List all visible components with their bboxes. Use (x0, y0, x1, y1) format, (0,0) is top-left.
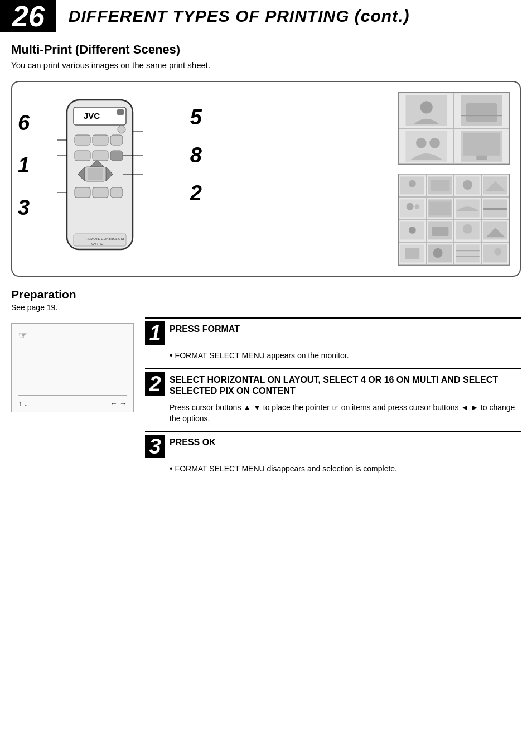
step-1-body: FORMAT SELECT MENU appears on the monito… (145, 348, 521, 364)
label-5: 5 (190, 107, 202, 128)
svg-rect-9 (93, 151, 108, 161)
section-title: Multi-Print (Different Scenes) (0, 38, 532, 59)
remote-control-area: 6 1 3 JVC (18, 95, 202, 263)
remote-labels-left: 6 1 3 (18, 112, 30, 218)
svg-rect-15 (88, 168, 103, 180)
main-illustration-box: 6 1 3 JVC (11, 81, 521, 277)
photo-grid-4x4 (398, 174, 510, 266)
monitor-nav-ud: ↑ ↓ (18, 399, 28, 407)
photo-cell (482, 220, 510, 243)
svg-rect-65 (456, 245, 480, 263)
photo-cell (427, 197, 454, 220)
svg-rect-42 (431, 180, 449, 191)
step-2: 2 SELECT HORIZONTAL ON LAYOUT, SELECT 4 … (145, 368, 521, 427)
svg-point-4 (118, 126, 125, 133)
photo-cell (482, 174, 510, 197)
preparation-see: See page 19. (11, 303, 521, 312)
step-3-title: PRESS OK (170, 435, 216, 448)
step-3: 3 PRESS OK FORMAT SELECT MENU disappears… (145, 431, 521, 477)
label-8: 8 (190, 145, 202, 166)
lower-layout: ☞ ↑ ↓ ← → 1 PRESS FORMAT FORMAT SELECT M… (0, 317, 532, 481)
photo-cell (399, 93, 454, 128)
preparation-section: Preparation See page 19. (0, 285, 532, 312)
photo-cell (454, 220, 482, 243)
svg-rect-5 (75, 135, 90, 145)
label-3: 3 (18, 197, 30, 218)
svg-point-47 (407, 203, 414, 210)
photo-cell (399, 242, 427, 265)
remote-labels-right: 5 8 2 (190, 107, 202, 204)
photo-grids (398, 92, 510, 266)
step-3-bullet-1: FORMAT SELECT MENU disappears and select… (170, 463, 521, 475)
step-3-number: 3 (145, 435, 165, 458)
photo-cell (454, 197, 482, 220)
svg-point-44 (463, 180, 472, 190)
label-1: 1 (18, 155, 30, 176)
page-title: DIFFERENT TYPES OF PRINTING (cont.) (55, 0, 532, 32)
photo-cell (399, 197, 427, 220)
svg-point-59 (463, 224, 472, 234)
remote-svg: JVC (57, 97, 143, 261)
svg-rect-7 (110, 135, 123, 145)
photo-cell (399, 174, 427, 197)
photo-grid-2x2 (398, 92, 510, 165)
step-1-number: 1 (145, 321, 165, 345)
photo-cell (482, 197, 510, 220)
svg-point-64 (433, 248, 442, 258)
svg-rect-31 (466, 103, 497, 122)
photo-cell (454, 174, 482, 197)
photo-cell (427, 242, 454, 265)
step-1-bullet-1: FORMAT SELECT MENU appears on the monito… (170, 350, 521, 362)
preparation-title: Preparation (11, 288, 521, 301)
photo-cell (454, 93, 509, 128)
steps-area: 1 PRESS FORMAT FORMAT SELECT MENU appear… (145, 317, 521, 481)
page-header: 26 DIFFERENT TYPES OF PRINTING (cont.) (0, 0, 532, 32)
svg-rect-3 (117, 109, 124, 115)
photo-cell (454, 128, 509, 164)
svg-rect-8 (75, 151, 90, 161)
svg-text:JVC: JVC (84, 111, 100, 121)
monitor-box: ☞ ↑ ↓ ← → (11, 323, 134, 412)
svg-point-69 (494, 248, 501, 256)
label-2: 2 (190, 182, 202, 204)
svg-rect-10 (110, 151, 123, 161)
svg-point-29 (420, 101, 432, 113)
svg-point-48 (415, 204, 420, 209)
svg-rect-17 (93, 187, 108, 198)
step-1-title: PRESS FORMAT (170, 321, 240, 335)
svg-text:REMOTE CONTROL UNIT: REMOTE CONTROL UNIT (86, 237, 126, 240)
monitor-pointer-icon: ☞ (18, 329, 127, 341)
page-number: 26 (0, 0, 55, 32)
svg-rect-6 (93, 135, 108, 145)
svg-rect-18 (110, 187, 123, 198)
svg-rect-38 (476, 156, 487, 160)
section-subtitle: You can print various images on the same… (0, 59, 532, 75)
monitor-nav: ↑ ↓ ← → (18, 396, 127, 407)
step-1-header: 1 PRESS FORMAT (145, 317, 521, 348)
svg-text:GV-PT2: GV-PT2 (91, 242, 104, 245)
step-3-body: FORMAT SELECT MENU disappears and select… (145, 461, 521, 477)
step-1: 1 PRESS FORMAT FORMAT SELECT MENU appear… (145, 317, 521, 364)
svg-rect-57 (432, 227, 448, 236)
svg-rect-50 (429, 201, 451, 215)
photo-cell (482, 242, 510, 265)
label-6: 6 (18, 112, 30, 133)
photo-cell (399, 220, 427, 243)
svg-rect-62 (405, 248, 420, 259)
svg-point-34 (416, 138, 427, 148)
svg-point-55 (409, 227, 416, 234)
svg-rect-16 (75, 187, 90, 198)
photo-cell (454, 242, 482, 265)
svg-point-35 (429, 138, 440, 148)
photo-cell (399, 128, 454, 164)
step-2-header: 2 SELECT HORIZONTAL ON LAYOUT, SELECT 4 … (145, 368, 521, 399)
svg-point-40 (409, 180, 416, 187)
photo-cell (427, 174, 454, 197)
step-3-header: 3 PRESS OK (145, 431, 521, 461)
monitor-nav-lr: ← → (110, 399, 127, 407)
step-2-title: SELECT HORIZONTAL ON LAYOUT, SELECT 4 OR… (170, 372, 521, 397)
step-2-body: Press cursor buttons ▲ ▼ to place the po… (145, 399, 521, 427)
svg-rect-37 (463, 133, 500, 156)
step-2-number: 2 (145, 372, 165, 396)
photo-cell (427, 220, 454, 243)
